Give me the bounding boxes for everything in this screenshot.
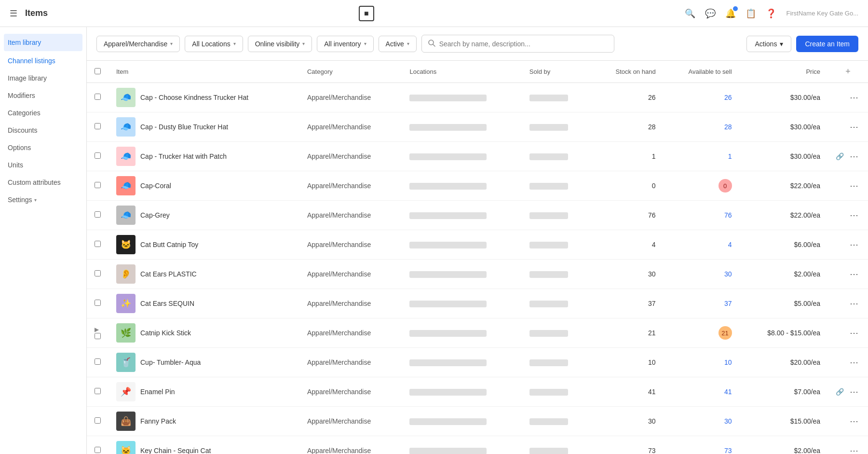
sidebar-item-channel-listings[interactable]: Channel listings xyxy=(0,52,86,69)
sidebar-item-modifiers[interactable]: Modifiers xyxy=(0,87,86,104)
search-icon[interactable]: 🔍 xyxy=(685,8,695,19)
sidebar-item-categories[interactable]: Categories xyxy=(0,104,86,122)
link-icon[interactable]: 🔗 xyxy=(836,152,844,160)
item-name[interactable]: Cap-Grey xyxy=(140,211,170,219)
row-checkbox[interactable] xyxy=(95,358,101,365)
item-name[interactable]: Fanny Pack xyxy=(140,417,176,425)
sidebar-item-options[interactable]: Options xyxy=(0,139,86,156)
create-item-button[interactable]: Create an Item xyxy=(796,36,858,52)
row-checkbox[interactable] xyxy=(95,333,101,339)
sidebar-item-item-library[interactable]: Item library xyxy=(4,34,82,51)
available-count[interactable]: 10 xyxy=(724,358,732,366)
bell-icon[interactable]: 🔔 xyxy=(725,8,736,19)
row-checkbox[interactable] xyxy=(95,182,101,188)
more-actions-button[interactable]: ⋯ xyxy=(848,179,860,193)
row-checkbox[interactable] xyxy=(95,417,101,424)
search-icon xyxy=(428,39,435,48)
available-badge[interactable]: 21 xyxy=(719,326,732,340)
item-name[interactable]: Cap-Coral xyxy=(140,182,171,190)
sidebar-item-units[interactable]: Units xyxy=(0,156,86,174)
available-count[interactable]: 30 xyxy=(724,417,732,425)
location-filter-button[interactable]: All Locations ▾ xyxy=(185,36,243,52)
available-count[interactable]: 26 xyxy=(724,94,732,101)
row-checkbox[interactable] xyxy=(95,211,101,218)
sidebar-item-image-library[interactable]: Image library xyxy=(0,69,86,87)
more-actions-button[interactable]: ⋯ xyxy=(848,326,860,340)
available-count[interactable]: 30 xyxy=(724,270,732,278)
row-checkbox[interactable] xyxy=(95,270,101,276)
col-locations: Locations xyxy=(402,61,521,83)
item-category: Apparel/Merchandise xyxy=(299,171,402,201)
item-name[interactable]: Cap - Dusty Blue Trucker Hat xyxy=(140,123,228,131)
row-checkbox[interactable] xyxy=(95,152,101,159)
category-filter-label: Apparel/Merchandise xyxy=(104,40,167,48)
chevron-down-icon: ▾ xyxy=(233,41,236,46)
row-checkbox-cell xyxy=(87,436,108,454)
item-name[interactable]: Cup- Tumbler- Aqua xyxy=(140,358,201,366)
create-item-label: Create an Item xyxy=(805,40,850,48)
link-icon[interactable]: 🔗 xyxy=(836,388,844,396)
more-actions-button[interactable]: ⋯ xyxy=(848,237,860,252)
search-input[interactable] xyxy=(439,40,608,48)
inventory-filter-label: All inventory xyxy=(324,40,361,48)
sidebar-item-custom-attributes[interactable]: Custom attributes xyxy=(0,174,86,191)
chat-icon[interactable]: 💬 xyxy=(705,8,716,19)
more-actions-button[interactable]: ⋯ xyxy=(848,355,860,370)
item-name[interactable]: Enamel Pin xyxy=(140,388,175,396)
row-checkbox[interactable] xyxy=(95,94,101,100)
help-icon[interactable]: ❓ xyxy=(766,8,776,19)
row-checkbox[interactable] xyxy=(95,388,101,394)
available-count[interactable]: 37 xyxy=(724,300,732,307)
item-name[interactable]: Key Chain - Sequin Cat xyxy=(140,447,211,454)
inventory-filter-button[interactable]: All inventory ▾ xyxy=(317,36,373,52)
item-name[interactable]: Cat Ears PLASTIC xyxy=(140,270,197,278)
item-stock: 30 xyxy=(592,260,664,289)
item-price: $5.00/ea xyxy=(740,289,828,318)
item-name[interactable]: Cap - Trucker Hat with Patch xyxy=(140,152,227,160)
available-count[interactable]: 41 xyxy=(724,388,732,396)
row-checkbox[interactable] xyxy=(95,300,101,306)
available-count[interactable]: 1 xyxy=(728,152,732,160)
category-filter-button[interactable]: Apparel/Merchandise ▾ xyxy=(96,36,180,52)
sidebar-item-discounts[interactable]: Discounts xyxy=(0,122,86,139)
more-actions-button[interactable]: ⋯ xyxy=(848,296,860,311)
available-count[interactable]: 73 xyxy=(724,447,732,454)
item-name[interactable]: Cat Ears SEQUIN xyxy=(140,300,194,307)
more-actions-button[interactable]: ⋯ xyxy=(848,443,860,454)
row-checkbox-cell xyxy=(87,171,108,201)
table-row: 👜 Fanny Pack Apparel/Merchandise 30 30 $… xyxy=(87,407,868,436)
item-cell: 🧢 Cap - Dusty Blue Trucker Hat xyxy=(108,112,299,142)
more-actions-button[interactable]: ⋯ xyxy=(848,385,860,399)
hamburger-menu-icon[interactable]: ☰ xyxy=(10,8,17,19)
item-thumbnail: 🧢 xyxy=(116,88,136,107)
sidebar-item-settings[interactable]: Settings ▾ xyxy=(0,191,86,208)
row-checkbox-cell xyxy=(87,348,108,377)
actions-button[interactable]: Actions ▾ xyxy=(746,36,791,52)
select-all-checkbox[interactable] xyxy=(95,68,101,74)
available-count[interactable]: 4 xyxy=(728,241,732,248)
status-filter-button[interactable]: Active ▾ xyxy=(379,36,417,52)
available-count[interactable]: 76 xyxy=(724,211,732,219)
available-badge[interactable]: 0 xyxy=(719,179,732,193)
more-actions-button[interactable]: ⋯ xyxy=(848,414,860,428)
more-actions-button[interactable]: ⋯ xyxy=(848,208,860,222)
more-actions-button[interactable]: ⋯ xyxy=(848,267,860,281)
more-actions-button[interactable]: ⋯ xyxy=(848,90,860,105)
item-sold-by xyxy=(522,83,592,112)
available-count[interactable]: 28 xyxy=(724,123,732,131)
add-column-icon[interactable]: + xyxy=(845,67,851,76)
item-actions-cell: ⋯ xyxy=(828,201,868,230)
table-row: ✨ Cat Ears SEQUIN Apparel/Merchandise 37… xyxy=(87,289,868,318)
visibility-filter-button[interactable]: Online visibility ▾ xyxy=(248,36,312,52)
item-name[interactable]: Catnip Kick Stick xyxy=(140,329,191,337)
expand-icon[interactable]: ▶ xyxy=(95,326,99,333)
row-checkbox[interactable] xyxy=(95,447,101,453)
clipboard-icon[interactable]: 📋 xyxy=(746,8,756,19)
row-checkbox[interactable] xyxy=(95,123,101,129)
more-actions-button[interactable]: ⋯ xyxy=(848,149,860,164)
item-name[interactable]: Cap - Choose Kindness Trucker Hat xyxy=(140,94,248,101)
row-checkbox[interactable] xyxy=(95,241,101,247)
item-thumbnail: 🐱 xyxy=(116,235,136,254)
item-name[interactable]: Cat Butt Catnip Toy xyxy=(140,241,198,248)
more-actions-button[interactable]: ⋯ xyxy=(848,120,860,134)
